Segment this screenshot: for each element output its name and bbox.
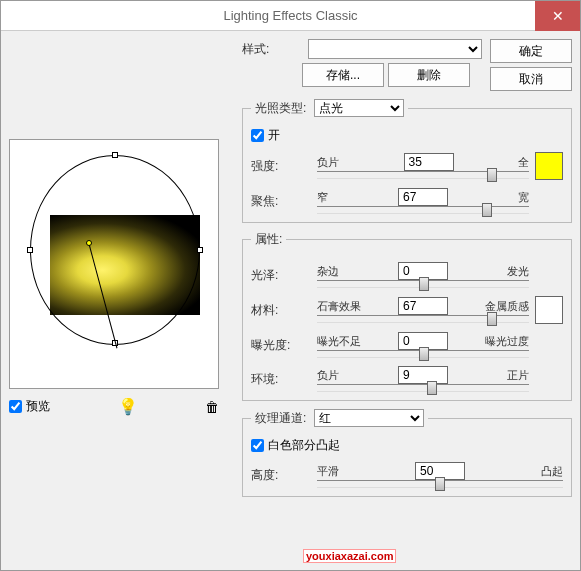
ellipse-handle[interactable] <box>197 247 203 253</box>
cancel-button[interactable]: 取消 <box>490 67 572 91</box>
ambient-input[interactable] <box>398 366 448 384</box>
slider-thumb[interactable] <box>435 477 445 491</box>
intensity-slider[interactable] <box>317 171 529 179</box>
material-slider[interactable] <box>317 315 529 323</box>
material-input[interactable] <box>398 297 448 315</box>
light-on-label[interactable]: 开 <box>251 127 563 144</box>
texture-group: 纹理通道: 红 白色部分凸起 高度: 平滑 凸起 <box>242 409 572 497</box>
trash-icon[interactable]: 🗑 <box>205 399 219 415</box>
slider-thumb[interactable] <box>482 203 492 217</box>
material-label: 材料: <box>251 302 311 319</box>
intensity-label: 强度: <box>251 158 311 175</box>
window-title: Lighting Effects Classic <box>223 8 357 23</box>
ellipse-handle[interactable] <box>27 247 33 253</box>
exposure-slider[interactable] <box>317 350 529 358</box>
texture-legend: 纹理通道: <box>255 411 306 425</box>
properties-legend: 属性: <box>251 231 286 248</box>
title-bar: Lighting Effects Classic ✕ <box>1 1 580 31</box>
preview-checkbox[interactable] <box>9 400 22 413</box>
focus-label: 聚焦: <box>251 193 311 210</box>
focus-input[interactable] <box>398 188 448 206</box>
white-high-label[interactable]: 白色部分凸起 <box>251 437 563 454</box>
properties-group: 属性: 光泽: 杂边 发光 材料: <box>242 231 572 401</box>
light-ellipse[interactable] <box>30 155 200 345</box>
slider-thumb[interactable] <box>419 347 429 361</box>
watermark-text: youxiaxazai.com <box>303 549 396 563</box>
intensity-input[interactable] <box>404 153 454 171</box>
white-high-checkbox[interactable] <box>251 439 264 452</box>
exposure-label: 曝光度: <box>251 337 311 354</box>
preview-label-text: 预览 <box>26 398 50 415</box>
height-label: 高度: <box>251 467 311 484</box>
delete-button[interactable]: 删除 <box>388 63 470 87</box>
ok-button[interactable]: 确定 <box>490 39 572 63</box>
light-on-checkbox[interactable] <box>251 129 264 142</box>
slider-thumb[interactable] <box>427 381 437 395</box>
light-type-group: 光照类型: 点光 开 强度: 负片 全 <box>242 99 572 223</box>
focus-slider[interactable] <box>317 206 529 214</box>
texture-channel-dropdown[interactable]: 红 <box>314 409 424 427</box>
style-dropdown[interactable] <box>308 39 482 59</box>
close-button[interactable]: ✕ <box>535 1 580 31</box>
slider-thumb[interactable] <box>487 312 497 326</box>
style-label: 样式: <box>242 41 302 58</box>
save-button[interactable]: 存储... <box>302 63 384 87</box>
dialog-window: Lighting Effects Classic ✕ 预览 💡 🗑 <box>0 0 581 571</box>
slider-thumb[interactable] <box>419 277 429 291</box>
ambient-label: 环境: <box>251 371 311 388</box>
gloss-slider[interactable] <box>317 280 529 288</box>
ellipse-handle[interactable] <box>112 152 118 158</box>
lightbulb-icon[interactable]: 💡 <box>118 397 138 416</box>
light-color-swatch[interactable] <box>535 152 563 180</box>
gloss-label: 光泽: <box>251 267 311 284</box>
preview-checkbox-label[interactable]: 预览 <box>9 398 50 415</box>
ambient-slider[interactable] <box>317 384 529 392</box>
slider-thumb[interactable] <box>487 168 497 182</box>
light-center-handle[interactable] <box>86 240 92 246</box>
preview-canvas[interactable] <box>9 139 219 389</box>
ambient-color-swatch[interactable] <box>535 296 563 324</box>
light-type-legend: 光照类型: <box>255 101 306 115</box>
light-type-dropdown[interactable]: 点光 <box>314 99 404 117</box>
height-slider[interactable] <box>317 480 563 488</box>
